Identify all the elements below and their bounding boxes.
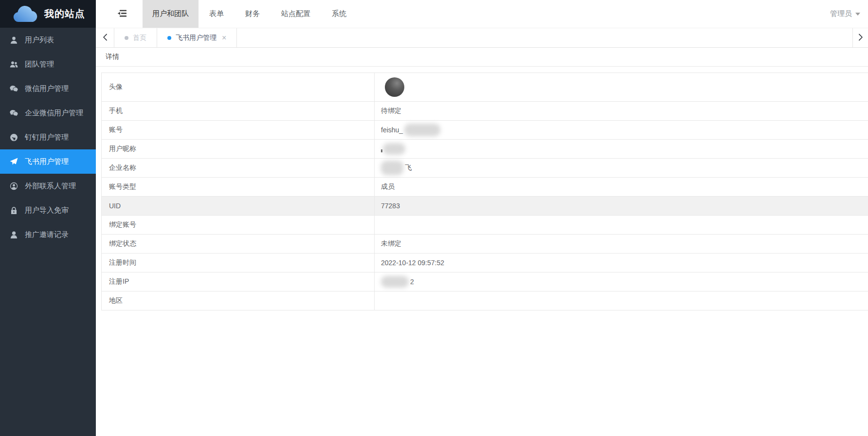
page-tabbar: 首页飞书用户管理× <box>96 28 868 48</box>
logo[interactable]: 我的站点 <box>0 0 96 28</box>
sidebar-item-label: 微信用户管理 <box>25 84 69 93</box>
detail-label: 绑定状态 <box>102 235 375 253</box>
detail-value-text: 待绑定 <box>381 107 401 115</box>
detail-label: 地区 <box>102 291 375 310</box>
sidebar-item[interactable]: 微信用户管理 <box>0 76 96 101</box>
tab-status-dot-icon <box>125 36 128 40</box>
panel-heading: 详情 <box>96 48 868 67</box>
sidebar-item-label: 推广邀请记录 <box>25 230 69 239</box>
detail-row: 地区 <box>102 291 868 310</box>
close-icon[interactable]: × <box>222 34 226 42</box>
sidebar-item[interactable]: 推广邀请记录 <box>0 222 96 247</box>
detail-value <box>375 291 868 310</box>
detail-label: 账号 <box>102 121 375 139</box>
redacted-blur <box>383 143 405 155</box>
detail-value: feishu_ <box>375 121 868 139</box>
detail-value-text: 2022-10-12 09:57:52 <box>381 259 444 267</box>
page-tab[interactable]: 飞书用户管理× <box>157 28 237 47</box>
sidebar-collapse-button[interactable] <box>110 0 133 28</box>
detail-label: 头像 <box>102 73 375 101</box>
detail-value: 2022-10-12 09:57:52 <box>375 254 868 272</box>
detail-row: 账号feishu_ <box>102 121 868 140</box>
detail-label: 注册IP <box>102 272 375 291</box>
detail-row: 头像 <box>102 73 868 102</box>
detail-row: UID77283 <box>102 197 868 216</box>
top-nav-tab[interactable]: 表单 <box>199 0 235 28</box>
redacted-blur <box>404 124 440 136</box>
sidebar-item-label: 用户导入免审 <box>25 206 69 215</box>
sidebar-item-label: 钉钉用户管理 <box>25 133 69 142</box>
trash-button[interactable] <box>774 0 799 28</box>
admin-label: 管理员 <box>830 9 852 18</box>
main-area: 用户和团队表单财务站点配置系统 管理员 首页飞书用户管理× 详情 头像手机待绑定… <box>96 0 868 436</box>
sidebar-item[interactable]: 钉钉用户管理 <box>0 125 96 149</box>
navbar-actions <box>748 0 825 28</box>
detail-value: 成员 <box>375 178 868 196</box>
detail-value-text: 2 <box>410 278 414 286</box>
page-tabs: 首页飞书用户管理× <box>114 28 237 47</box>
sidebar-item[interactable]: 企业微信用户管理 <box>0 101 96 125</box>
tabs-scroll-left-button[interactable] <box>96 28 114 47</box>
fullscreen-button[interactable] <box>799 0 825 28</box>
detail-row: 手机待绑定 <box>102 102 868 121</box>
page-tab[interactable]: 首页 <box>114 28 157 47</box>
user-icon <box>9 36 18 44</box>
sidebar-item[interactable]: 用户列表 <box>0 28 96 52</box>
detail-value <box>375 140 868 158</box>
redacted-blur <box>381 161 403 175</box>
top-nav-tab[interactable]: 站点配置 <box>271 0 321 28</box>
redacted-blur <box>381 276 409 288</box>
chevron-right-icon <box>858 34 863 42</box>
page-tab-label: 飞书用户管理 <box>176 34 217 42</box>
sidebar-item[interactable]: 飞书用户管理 <box>0 149 96 174</box>
detail-value: 2 <box>375 272 868 291</box>
sidebar-item-label: 外部联系人管理 <box>25 182 76 191</box>
sidebar-item[interactable]: 用户导入免审 <box>0 198 96 222</box>
detail-label: 手机 <box>102 102 375 120</box>
sidebar: 我的站点 用户列表团队管理微信用户管理企业微信用户管理钉钉用户管理飞书用户管理外… <box>0 0 96 436</box>
users-icon <box>9 60 18 69</box>
tabbar-spacer <box>237 28 852 47</box>
top-nav-tab[interactable]: 财务 <box>235 0 271 28</box>
cloud-logo-icon <box>12 5 39 23</box>
sidebar-item-label: 团队管理 <box>25 60 54 69</box>
top-nav-tab[interactable]: 系统 <box>321 0 357 28</box>
detail-value-text: 飞 <box>405 164 412 172</box>
sidebar-item-label: 企业微信用户管理 <box>25 109 83 118</box>
wechat-work-icon <box>9 109 18 117</box>
detail-label: 绑定账号 <box>102 216 375 234</box>
sidebar-item-label: 飞书用户管理 <box>25 157 69 166</box>
redacted-fragment <box>381 149 382 152</box>
menu-fold-icon <box>117 9 127 19</box>
sidebar-item-label: 用户列表 <box>25 36 54 45</box>
detail-label: 用户昵称 <box>102 140 375 158</box>
tab-status-dot-icon <box>167 36 171 40</box>
top-nav-tab[interactable]: 用户和团队 <box>143 0 199 28</box>
detail-value: 未绑定 <box>375 235 868 253</box>
detail-value: 飞 <box>375 159 868 177</box>
chevron-left-icon <box>103 34 108 42</box>
site-title: 我的站点 <box>44 7 85 20</box>
detail-table: 头像手机待绑定账号feishu_用户昵称企业名称飞账号类型成员UID77283绑… <box>101 73 868 310</box>
caret-down-icon <box>855 13 860 16</box>
navbar-spacer <box>357 0 748 28</box>
admin-dropdown[interactable]: 管理员 <box>830 0 860 28</box>
paper-plane-icon <box>9 158 18 166</box>
contact-circle-icon <box>9 182 18 190</box>
detail-value-text: feishu_ <box>381 126 403 134</box>
detail-label: 企业名称 <box>102 159 375 177</box>
detail-row: 绑定状态未绑定 <box>102 235 868 254</box>
refresh-button[interactable] <box>748 0 774 28</box>
top-navbar: 用户和团队表单财务站点配置系统 管理员 <box>96 0 868 28</box>
sidebar-item[interactable]: 团队管理 <box>0 52 96 76</box>
lock-icon <box>9 206 18 215</box>
detail-value-text: 成员 <box>381 182 395 191</box>
detail-value-text: 77283 <box>381 202 400 210</box>
wechat-icon <box>9 85 18 93</box>
detail-label: 账号类型 <box>102 178 375 196</box>
sidebar-item[interactable]: 外部联系人管理 <box>0 174 96 198</box>
detail-value <box>375 73 868 101</box>
tabs-scroll-right-button[interactable] <box>852 28 868 47</box>
user-outline-icon <box>9 231 18 239</box>
sidebar-menu: 用户列表团队管理微信用户管理企业微信用户管理钉钉用户管理飞书用户管理外部联系人管… <box>0 28 96 247</box>
